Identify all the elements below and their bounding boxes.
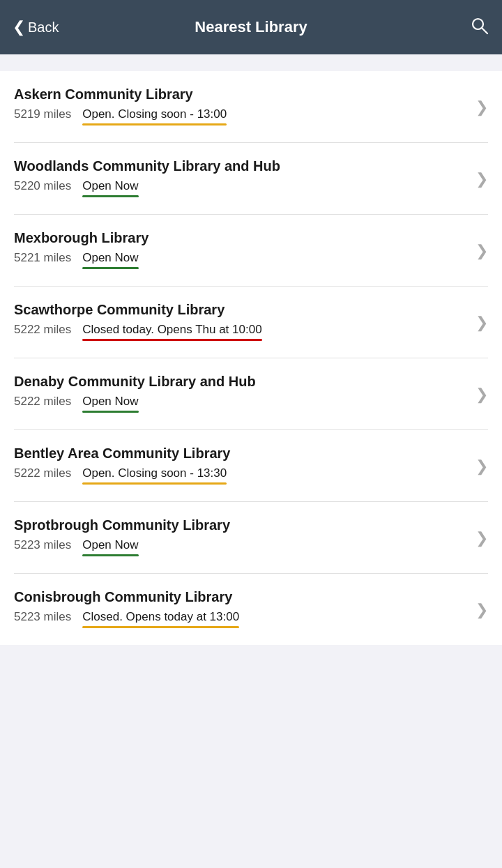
library-name: Bentley Area Community Library bbox=[14, 444, 464, 462]
chevron-right-icon: ❯ bbox=[476, 170, 488, 188]
list-item[interactable]: Sprotbrough Community Library 5223 miles… bbox=[0, 502, 502, 574]
chevron-right-icon: ❯ bbox=[476, 314, 488, 332]
library-name: Denaby Community Library and Hub bbox=[14, 372, 464, 390]
library-distance: 5222 miles bbox=[14, 466, 71, 480]
library-info: Scawthorpe Community Library 5222 miles … bbox=[14, 300, 476, 345]
svg-line-1 bbox=[482, 28, 487, 33]
top-spacer bbox=[0, 54, 502, 71]
library-meta: 5223 miles Open Now bbox=[14, 538, 464, 556]
navigation-bar: ❮ Back Nearest Library bbox=[0, 0, 502, 54]
library-info: Mexborough Library 5221 miles Open Now bbox=[14, 229, 476, 273]
search-button[interactable] bbox=[470, 16, 489, 38]
list-item[interactable]: Conisbrough Community Library 5223 miles… bbox=[0, 574, 502, 645]
library-info: Sprotbrough Community Library 5223 miles… bbox=[14, 516, 476, 561]
status-underline bbox=[82, 482, 227, 485]
library-name: Woodlands Community Library and Hub bbox=[14, 157, 464, 175]
list-item[interactable]: Denaby Community Library and Hub 5222 mi… bbox=[0, 358, 502, 430]
library-meta: 5220 miles Open Now bbox=[14, 179, 464, 197]
library-name: Mexborough Library bbox=[14, 229, 464, 247]
library-status: Open Now bbox=[82, 251, 138, 265]
list-item[interactable]: Bentley Area Community Library 5222 mile… bbox=[0, 430, 502, 502]
library-status: Open. Closing soon - 13:00 bbox=[82, 107, 227, 121]
library-name: Conisbrough Community Library bbox=[14, 588, 464, 606]
library-status: Open. Closing soon - 13:30 bbox=[82, 466, 227, 480]
library-name: Askern Community Library bbox=[14, 85, 464, 103]
library-status: Open Now bbox=[82, 179, 138, 193]
status-underline bbox=[82, 267, 138, 269]
library-meta: 5221 miles Open Now bbox=[14, 251, 464, 269]
chevron-right-icon: ❯ bbox=[476, 457, 488, 475]
search-icon bbox=[470, 16, 489, 36]
status-underline bbox=[82, 554, 138, 556]
library-info: Conisbrough Community Library 5223 miles… bbox=[14, 588, 476, 632]
list-item[interactable]: Askern Community Library 5219 miles Open… bbox=[0, 71, 502, 143]
library-status-wrap: Open. Closing soon - 13:30 bbox=[82, 466, 227, 485]
library-distance: 5222 miles bbox=[14, 395, 71, 409]
chevron-right-icon: ❯ bbox=[476, 601, 488, 619]
library-distance: 5223 miles bbox=[14, 610, 71, 624]
library-name: Sprotbrough Community Library bbox=[14, 516, 464, 534]
library-status-wrap: Open. Closing soon - 13:00 bbox=[82, 107, 227, 125]
library-status-wrap: Open Now bbox=[82, 395, 138, 413]
status-underline bbox=[82, 123, 227, 125]
library-distance: 5223 miles bbox=[14, 538, 71, 552]
library-meta: 5222 miles Open Now bbox=[14, 395, 464, 413]
library-distance: 5219 miles bbox=[14, 107, 71, 121]
library-distance: 5220 miles bbox=[14, 179, 71, 193]
library-list: Askern Community Library 5219 miles Open… bbox=[0, 71, 502, 645]
library-meta: 5219 miles Open. Closing soon - 13:00 bbox=[14, 107, 464, 125]
status-underline bbox=[82, 339, 261, 341]
library-meta: 5223 miles Closed. Opens today at 13:00 bbox=[14, 610, 464, 628]
library-status-wrap: Open Now bbox=[82, 538, 138, 556]
list-item[interactable]: Scawthorpe Community Library 5222 miles … bbox=[0, 287, 502, 358]
back-button[interactable]: ❮ Back bbox=[13, 20, 59, 36]
chevron-right-icon: ❯ bbox=[476, 98, 488, 116]
library-status-wrap: Closed today. Opens Thu at 10:00 bbox=[82, 323, 261, 341]
library-status-wrap: Open Now bbox=[82, 179, 138, 197]
library-meta: 5222 miles Open. Closing soon - 13:30 bbox=[14, 466, 464, 485]
library-meta: 5222 miles Closed today. Opens Thu at 10… bbox=[14, 323, 464, 341]
chevron-right-icon: ❯ bbox=[476, 386, 488, 404]
chevron-right-icon: ❯ bbox=[476, 242, 488, 260]
library-status: Open Now bbox=[82, 538, 138, 552]
library-status: Closed. Opens today at 13:00 bbox=[82, 610, 239, 624]
status-underline bbox=[82, 411, 138, 413]
chevron-right-icon: ❯ bbox=[476, 529, 488, 547]
library-distance: 5222 miles bbox=[14, 323, 71, 337]
library-info: Askern Community Library 5219 miles Open… bbox=[14, 85, 476, 130]
library-name: Scawthorpe Community Library bbox=[14, 300, 464, 319]
list-item[interactable]: Woodlands Community Library and Hub 5220… bbox=[0, 143, 502, 215]
back-label: Back bbox=[28, 20, 59, 36]
library-info: Bentley Area Community Library 5222 mile… bbox=[14, 444, 476, 489]
page-title: Nearest Library bbox=[195, 18, 307, 36]
status-underline bbox=[82, 626, 239, 628]
library-status: Open Now bbox=[82, 395, 138, 409]
library-status-wrap: Closed. Opens today at 13:00 bbox=[82, 610, 239, 628]
library-distance: 5221 miles bbox=[14, 251, 71, 265]
chevron-left-icon: ❮ bbox=[13, 20, 25, 35]
status-underline bbox=[82, 195, 138, 197]
library-info: Woodlands Community Library and Hub 5220… bbox=[14, 157, 476, 201]
library-info: Denaby Community Library and Hub 5222 mi… bbox=[14, 372, 476, 417]
library-status-wrap: Open Now bbox=[82, 251, 138, 269]
library-status: Closed today. Opens Thu at 10:00 bbox=[82, 323, 261, 337]
list-item[interactable]: Mexborough Library 5221 miles Open Now ❯ bbox=[0, 215, 502, 287]
